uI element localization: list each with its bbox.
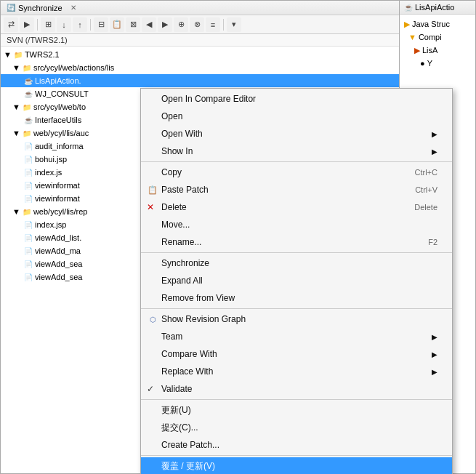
toolbar-btn-10[interactable]: ▶ — [158, 17, 172, 32]
toolbar-sep-2 — [90, 19, 91, 31]
create-patch-label: Create Patch... — [161, 440, 219, 450]
file-icon-viewaddsea1: 📄 — [24, 260, 33, 268]
compi-icon: ▼ — [408, 33, 416, 41]
separator-1 — [141, 161, 452, 162]
right-panel-icon: ☕ — [404, 4, 413, 12]
rename-label: Rename... — [161, 237, 201, 247]
separator-2 — [141, 252, 452, 253]
menu-item-validate[interactable]: ✓ Validate — [141, 380, 452, 398]
toolbar-btn-9[interactable]: ◀ — [142, 17, 156, 32]
toolbar-btn-11[interactable]: ⊕ — [174, 17, 188, 32]
open-with-label: Open With — [161, 129, 203, 139]
delete-shortcut: Delete — [414, 203, 437, 212]
toolbar-btn-8[interactable]: ⊠ — [126, 17, 140, 32]
viewinfo2-label: viewinformat — [35, 194, 80, 203]
viewinfo1-label: viewinformat — [35, 181, 80, 190]
lisa-label: LisA — [422, 46, 437, 55]
audit-label: audit_informa — [35, 142, 84, 150]
menu-item-compare-with[interactable]: Compare With ▶ — [141, 345, 452, 363]
file-icon-viewinfo2: 📄 — [24, 195, 33, 203]
wj-label: WJ_CONSULT — [35, 89, 89, 98]
java-icon-lisapi: ☕ — [24, 77, 33, 85]
tree-root[interactable]: ▼ 📁 TWRS2.1 — [1, 48, 399, 61]
validate-check-icon: ✓ — [147, 384, 154, 394]
menu-item-expand-all[interactable]: Expand All — [141, 272, 452, 289]
menu-item-open-with[interactable]: Open With ▶ — [141, 125, 452, 142]
separator-5 — [141, 455, 452, 456]
menu-item-replace-with[interactable]: Replace With ▶ — [141, 363, 452, 380]
right-tree-area[interactable]: ▶ Java Struc ▼ Compi ▶ LisA ● Y — [400, 15, 475, 73]
toolbar-btn-5[interactable]: ↑ — [73, 17, 87, 32]
paste-shortcut: Ctrl+V — [415, 185, 437, 194]
viewaddsea1-label: viewAdd_sea — [35, 260, 82, 268]
close-btn[interactable]: ✕ — [68, 3, 78, 12]
team-label: Team — [161, 332, 182, 342]
toolbar-btn-1[interactable]: ⇄ — [4, 17, 18, 32]
svn-path: SVN (/TWRS2.1) — [7, 36, 68, 44]
file-icon-indexjsp: 📄 — [24, 221, 33, 229]
separator-3 — [141, 308, 452, 309]
toolbar-dropdown[interactable]: ▾ — [227, 17, 241, 32]
paste-icon: 📋 — [147, 184, 158, 196]
menu-item-synchronize[interactable]: Synchronize — [141, 254, 452, 272]
toolbar-btn-12[interactable]: ⊗ — [190, 17, 204, 32]
team-arrow: ▶ — [432, 333, 437, 341]
menu-item-paste-patch[interactable]: 📋 Paste Patch Ctrl+V — [141, 181, 452, 198]
menu-item-open[interactable]: Open — [141, 108, 452, 125]
compi-label: Compi — [419, 33, 442, 41]
compare-with-label: Compare With — [161, 349, 217, 359]
viewaddsea2-label: viewAdd_sea — [35, 273, 82, 281]
root-label: TWRS2.1 — [25, 50, 60, 59]
folder-icon-auc: 📁 — [23, 129, 31, 137]
menu-item-update[interactable]: 更新(U) — [141, 401, 452, 419]
menu-item-copy[interactable]: Copy Ctrl+C — [141, 164, 452, 181]
right-tree-lisa[interactable]: ▶ LisA — [403, 44, 472, 57]
viewaddma-label: viewAdd_ma — [35, 246, 81, 255]
menu-item-cover-update[interactable]: 覆盖 / 更新(V) — [141, 457, 452, 474]
replace-with-arrow: ▶ — [432, 368, 437, 376]
menu-item-show-revision[interactable]: ⬡ Show Revision Graph — [141, 310, 452, 328]
javastruc-icon: ▶ — [404, 20, 410, 29]
menu-item-rename[interactable]: Rename... F2 — [141, 233, 452, 251]
menu-item-team[interactable]: Team ▶ — [141, 328, 452, 345]
javastruc-label: Java Struc — [412, 20, 450, 28]
expand-all-label: Expand All — [161, 276, 203, 286]
lisapi-label: LisApiAction. — [35, 76, 81, 85]
tree-item-actions[interactable]: ▼ 📁 src/ycyl/web/actions/lis — [1, 61, 399, 74]
open-with-arrow: ▶ — [432, 130, 437, 138]
menu-item-remove-view[interactable]: Remove from View — [141, 289, 452, 307]
toolbar-btn-7[interactable]: 📋 — [110, 17, 124, 32]
menu-item-create-patch[interactable]: Create Patch... — [141, 436, 452, 454]
right-panel-title: LisApiActio — [415, 3, 454, 12]
toolbar-btn-4[interactable]: ↓ — [57, 17, 71, 32]
open-label: Open — [161, 111, 182, 121]
toolbar-btn-3[interactable]: ⊞ — [41, 17, 55, 32]
tree-item-lisapi[interactable]: ☕ LisApiAction. — [1, 74, 399, 87]
menu-item-show-in[interactable]: Show In ▶ — [141, 142, 452, 160]
toolbar-btn-13[interactable]: ≡ — [206, 17, 220, 32]
menu-item-move[interactable]: Move... — [141, 216, 452, 233]
svn-header: SVN (/TWRS2.1) — [1, 34, 399, 47]
lisa-icon: ▶ — [414, 46, 420, 55]
actions-label: src/ycyl/web/actions/lis — [33, 63, 114, 72]
folder-icon-to: 📁 — [23, 103, 31, 111]
menu-item-delete[interactable]: ✕ Delete Delete — [141, 198, 452, 216]
right-tree-compi[interactable]: ▼ Compi — [403, 31, 472, 44]
panel-title: Synchronize — [18, 4, 62, 12]
toolbar-btn-6[interactable]: ⊟ — [94, 17, 108, 32]
indexjsp-label: index.jsp — [35, 220, 66, 229]
auc-label: web/ycyl/lis/auc — [33, 129, 89, 137]
menu-item-commit[interactable]: 提交(C)... — [141, 419, 452, 436]
remove-view-label: Remove from View — [161, 293, 235, 303]
right-title-bar: ☕ LisApiActio — [400, 1, 475, 15]
right-tree-javastruc[interactable]: ▶ Java Struc — [403, 17, 472, 31]
toolbar-btn-2[interactable]: ▶ — [20, 17, 34, 32]
update-label: 更新(U) — [161, 404, 191, 417]
menu-item-open-compare[interactable]: Open In Compare Editor — [141, 90, 452, 108]
toolbar: ⇄ ▶ ⊞ ↓ ↑ ⊟ 📋 ⊠ ◀ ▶ ⊕ ⊗ ≡ ▾ — [1, 15, 399, 34]
folder-icon-actions: 📁 — [23, 64, 31, 72]
copy-shortcut: Ctrl+C — [415, 168, 437, 177]
compare-with-arrow: ▶ — [432, 350, 437, 358]
right-tree-y[interactable]: ● Y — [403, 57, 472, 70]
synchronize-label: Synchronize — [161, 258, 209, 268]
